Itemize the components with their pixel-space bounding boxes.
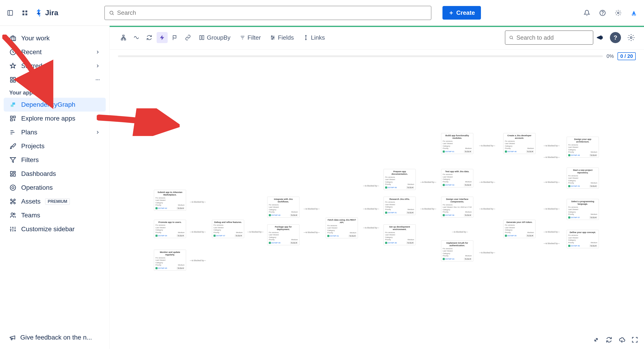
- your-apps-section: Your apps: [0, 87, 110, 98]
- edge-label: —is blocked by—: [420, 181, 437, 183]
- svg-point-38: [14, 199, 16, 201]
- nav-projects[interactable]: Projects: [0, 139, 110, 153]
- dependency-canvas[interactable]: Submit app to Atlassian Marketplace.Fix …: [110, 63, 644, 344]
- help-icon[interactable]: [598, 8, 607, 18]
- svg-rect-51: [123, 35, 124, 36]
- svg-rect-2: [22, 10, 24, 12]
- progress-row: 0% 0 / 20: [110, 50, 644, 63]
- app-icon: [9, 115, 16, 122]
- megaphone-icon: [9, 334, 16, 341]
- premium-badge: PREMIUM: [45, 198, 70, 205]
- global-search[interactable]: [104, 6, 432, 20]
- fullscreen-icon[interactable]: [630, 335, 640, 344]
- fields-button[interactable]: Fields: [266, 32, 297, 44]
- groupby-button[interactable]: GroupBy: [195, 32, 234, 44]
- edge-label: —is blocked by—: [189, 259, 206, 262]
- gear-icon[interactable]: [626, 33, 636, 42]
- create-button[interactable]: Create: [442, 6, 481, 20]
- issue-node[interactable]: Set up development environment.Fix versi…: [384, 224, 416, 245]
- nav-starred[interactable]: Starred: [0, 59, 110, 73]
- svg-rect-16: [13, 78, 15, 79]
- give-feedback[interactable]: Give feedback on the n...: [0, 330, 110, 344]
- customize-icon: [9, 225, 16, 233]
- hierarchy-icon[interactable]: [118, 32, 129, 43]
- issue-node[interactable]: Prepare app documentation.Fix versionsLa…: [384, 169, 416, 190]
- sidebar-toggle-icon[interactable]: [6, 8, 15, 18]
- issue-node[interactable]: Integrate with Jira workflows.Fix versio…: [267, 197, 300, 218]
- svg-point-40: [11, 213, 13, 215]
- issue-node[interactable]: Fetch data using Jira REST API.Fix versi…: [326, 217, 358, 238]
- nav-explore-more-apps[interactable]: Explore more apps: [0, 112, 110, 125]
- search-icon: [109, 10, 114, 16]
- link-icon[interactable]: [182, 32, 194, 43]
- nav-recent[interactable]: Recent: [0, 45, 110, 59]
- svg-point-21: [99, 79, 100, 80]
- svg-rect-3: [25, 10, 27, 12]
- svg-rect-30: [10, 172, 12, 174]
- issue-node[interactable]: Monitor and update regularly.Fix version…: [154, 250, 186, 271]
- edge-label: —is blocked by—: [543, 145, 560, 147]
- search-icon: [509, 35, 514, 40]
- wave-icon[interactable]: [131, 32, 142, 43]
- nav-assets[interactable]: AssetsPREMIUM: [0, 195, 110, 208]
- issue-node[interactable]: Debug and refine features.Fix versionsLa…: [212, 220, 244, 238]
- jira-logo[interactable]: Jira: [35, 9, 58, 17]
- issue-node[interactable]: Start a new project repository.Fix versi…: [566, 168, 599, 189]
- plans-icon: [9, 129, 16, 136]
- edge-label: —is blocked by—: [478, 181, 496, 183]
- nav-dashboards[interactable]: Dashboards: [0, 167, 110, 181]
- announce-icon[interactable]: [595, 33, 604, 42]
- apps-switcher-icon[interactable]: [20, 8, 30, 18]
- issue-node[interactable]: Define your app concept.Fix versionsLast…: [566, 230, 599, 248]
- nav-dependencygraph[interactable]: DependencyGraph: [4, 98, 106, 112]
- nav-apps[interactable]: Apps: [0, 73, 110, 87]
- svg-point-64: [272, 39, 273, 40]
- edge-label: —is blocked by—: [478, 208, 496, 210]
- global-search-input[interactable]: [117, 9, 427, 16]
- nav-your-work[interactable]: Your work: [0, 31, 110, 45]
- issue-node[interactable]: Research Jira APIs.Fix versionsLast View…: [384, 197, 416, 215]
- edge-label: —is blocked by—: [543, 181, 560, 183]
- issue-node[interactable]: Package app for deployment.Fix versionsL…: [267, 224, 300, 245]
- issue-node[interactable]: Implement OAuth for authentication.Fix v…: [441, 240, 473, 261]
- app-icon: [9, 101, 16, 108]
- more-icon[interactable]: [95, 77, 100, 82]
- expand-icon[interactable]: [592, 335, 601, 344]
- svg-rect-55: [202, 36, 204, 40]
- nav-operations[interactable]: Operations: [0, 181, 110, 195]
- issue-node[interactable]: Submit app to Atlassian Marketplace.Fix …: [154, 190, 186, 211]
- nav-teams[interactable]: Teams: [0, 208, 110, 222]
- canvas-tools: [592, 335, 640, 344]
- issue-node[interactable]: Create a Jira developer account.Fix vers…: [503, 133, 536, 154]
- reload-icon[interactable]: [604, 335, 614, 344]
- edge-label: —is blocked by—: [478, 251, 496, 254]
- star-icon: [9, 62, 16, 70]
- issue-node[interactable]: Generate your API token.Fix versionsLast…: [503, 220, 536, 238]
- flag-icon[interactable]: [170, 32, 180, 43]
- issue-node[interactable]: Select a programming language.Fix versio…: [566, 199, 599, 220]
- issue-node[interactable]: Build app functionality modules.Fix vers…: [441, 133, 473, 154]
- refresh-icon[interactable]: [144, 32, 155, 43]
- issue-node[interactable]: Promote app to users.Fix versionsLast Vi…: [154, 220, 186, 238]
- issue-node[interactable]: Test app with Jira data.Fix versionsLast…: [441, 169, 473, 187]
- nav-customize-sidebar[interactable]: Customize sidebar: [0, 222, 110, 236]
- nav-filters[interactable]: Filters: [0, 153, 110, 167]
- settings-icon[interactable]: [614, 8, 623, 18]
- bolt-icon[interactable]: [156, 32, 168, 43]
- links-button[interactable]: Links: [300, 32, 329, 44]
- cloud-download-icon[interactable]: [617, 335, 626, 344]
- search-to-add[interactable]: [505, 31, 593, 45]
- search-to-add-input[interactable]: [516, 34, 589, 41]
- edge-label: —is blocked by—: [362, 185, 380, 187]
- issue-node[interactable]: Design your app architecture.Fix version…: [566, 137, 599, 158]
- atlassian-icon[interactable]: [629, 8, 638, 18]
- notifications-icon[interactable]: [582, 8, 592, 18]
- chevron-right-icon: [95, 63, 100, 69]
- filter-button[interactable]: Filter: [236, 32, 265, 44]
- assets-icon: [9, 198, 16, 205]
- edge-label: —is blocked by—: [478, 145, 496, 147]
- help-circle-icon[interactable]: ?: [610, 32, 621, 43]
- svg-rect-18: [13, 80, 15, 82]
- issue-node[interactable]: Design user interface components.Fix ver…: [441, 197, 473, 218]
- nav-plans[interactable]: Plans: [0, 125, 110, 139]
